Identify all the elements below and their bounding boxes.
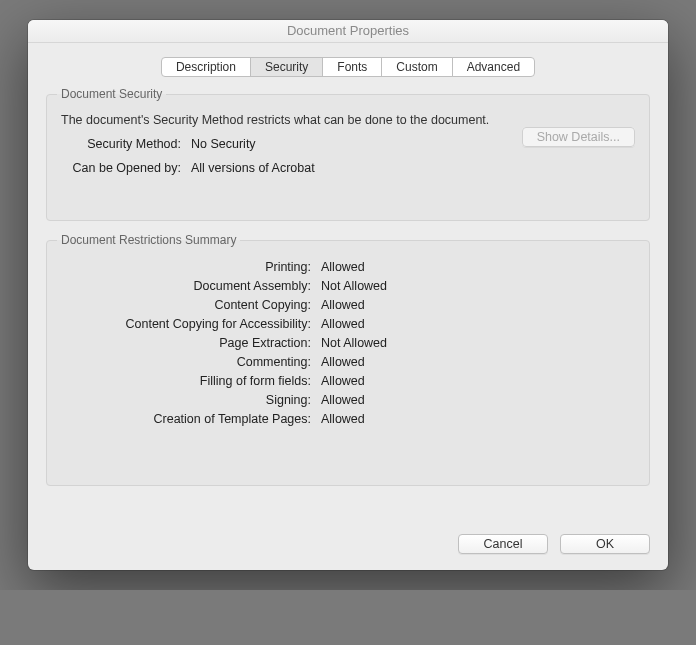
dialog-footer: Cancel OK (46, 534, 650, 554)
restriction-value: Not Allowed (321, 336, 387, 350)
restriction-label: Commenting: (61, 355, 321, 369)
document-security-legend: Document Security (57, 87, 166, 101)
restriction-value: Allowed (321, 374, 365, 388)
restriction-label: Signing: (61, 393, 321, 407)
tab-custom[interactable]: Custom (381, 57, 452, 77)
restriction-label: Printing: (61, 260, 321, 274)
opened-by-label: Can be Opened by: (28, 161, 191, 175)
restriction-label: Content Copying: (61, 298, 321, 312)
restriction-label: Content Copying for Accessibility: (61, 317, 321, 331)
show-details-button[interactable]: Show Details... (522, 127, 635, 147)
restriction-value: Allowed (321, 412, 365, 426)
document-properties-window: Document Properties Description Security… (28, 20, 668, 570)
ok-button[interactable]: OK (560, 534, 650, 554)
tab-fonts[interactable]: Fonts (322, 57, 382, 77)
restriction-label: Document Assembly: (61, 279, 321, 293)
restriction-label: Filling of form fields: (61, 374, 321, 388)
security-method-label: Security Method: (28, 137, 191, 151)
restriction-value: Allowed (321, 260, 365, 274)
tab-description[interactable]: Description (161, 57, 251, 77)
opened-by-value: All versions of Acrobat (191, 161, 315, 175)
security-method-value: No Security (191, 137, 256, 151)
window-title: Document Properties (28, 20, 668, 43)
restriction-value: Allowed (321, 298, 365, 312)
restrictions-legend: Document Restrictions Summary (57, 233, 240, 247)
tab-security[interactable]: Security (250, 57, 323, 77)
restrictions-group: Document Restrictions Summary Printing:A… (46, 233, 650, 486)
restriction-value: Allowed (321, 393, 365, 407)
tab-advanced[interactable]: Advanced (452, 57, 535, 77)
restriction-value: Not Allowed (321, 279, 387, 293)
restriction-value: Allowed (321, 317, 365, 331)
restriction-label: Page Extraction: (61, 336, 321, 350)
tab-bar: Description Security Fonts Custom Advanc… (46, 57, 650, 77)
document-security-group: Document Security The document's Securit… (46, 87, 650, 221)
cancel-button[interactable]: Cancel (458, 534, 548, 554)
restriction-label: Creation of Template Pages: (61, 412, 321, 426)
restriction-value: Allowed (321, 355, 365, 369)
security-intro: The document's Security Method restricts… (61, 113, 635, 127)
